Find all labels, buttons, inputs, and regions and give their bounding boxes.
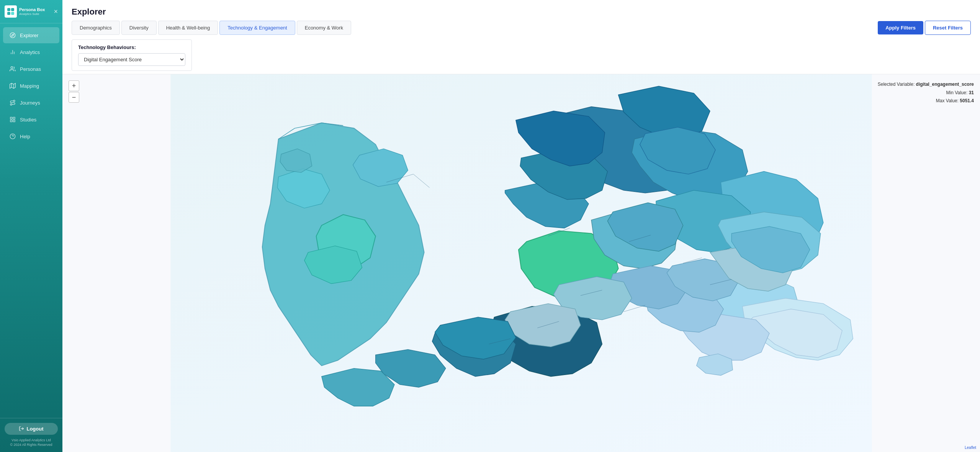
logo-icon	[7, 7, 15, 16]
tab-diversity[interactable]: Diversity	[121, 21, 157, 35]
map-container: + − Selected Variable: digital_engagemen…	[62, 74, 980, 452]
main-content: Explorer Demographics Diversity Health &…	[62, 0, 980, 452]
sidebar-item-studies[interactable]: Studies	[3, 111, 59, 128]
tab-economy[interactable]: Economy & Work	[297, 21, 351, 35]
svg-point-13	[10, 104, 12, 105]
svg-rect-0	[7, 8, 10, 11]
svg-point-14	[13, 100, 15, 102]
svg-rect-2	[7, 12, 10, 15]
sidebar-footer: Logout Vsio Applied Analytics Ltd © 2024…	[0, 418, 62, 452]
reset-filters-button[interactable]: Reset Filters	[925, 21, 971, 35]
min-value-row: Min Value: 31	[878, 89, 974, 97]
app-tagline: Analytics Suite	[19, 12, 45, 16]
grid-icon	[9, 116, 16, 123]
sidebar-close-button[interactable]: ×	[54, 8, 58, 15]
svg-rect-15	[10, 117, 12, 119]
tab-technology[interactable]: Technology & Engagement	[219, 21, 295, 35]
route-icon	[9, 99, 16, 106]
logo-area: Persona Box Analytics Suite	[5, 5, 45, 18]
users-icon	[9, 66, 16, 72]
footer-copyright: Vsio Applied Analytics Ltd © 2024 All Ri…	[5, 438, 58, 447]
sidebar-item-journeys-label: Journeys	[20, 100, 40, 106]
sidebar-item-studies-label: Studies	[20, 117, 36, 123]
leaflet-link[interactable]: Leaflet	[965, 445, 976, 450]
sidebar-item-mapping[interactable]: Mapping	[3, 78, 59, 94]
zoom-in-button[interactable]: +	[69, 80, 79, 91]
sidebar-item-mapping-label: Mapping	[20, 83, 39, 89]
sidebar-item-journeys[interactable]: Journeys	[3, 95, 59, 111]
app-name: Persona Box	[19, 7, 45, 12]
sidebar-header: Persona Box Analytics Suite ×	[0, 0, 62, 23]
sidebar-item-analytics-label: Analytics	[20, 49, 40, 55]
max-value-row: Max Value: 5051.4	[878, 97, 974, 105]
tab-health[interactable]: Health & Well-being	[158, 21, 218, 35]
svg-rect-18	[10, 120, 12, 122]
svg-marker-10	[10, 83, 16, 88]
tab-demographics[interactable]: Demographics	[72, 21, 120, 35]
sidebar-nav: Explorer Analytics Personas	[0, 23, 62, 418]
logo-box	[5, 5, 17, 18]
svg-point-4	[10, 33, 15, 38]
selected-variable-row: Selected Variable: digital_engagement_sc…	[878, 80, 974, 89]
sidebar: Persona Box Analytics Suite × Explorer A…	[0, 0, 62, 452]
choropleth-map	[62, 74, 980, 452]
sidebar-item-help[interactable]: Help	[3, 128, 59, 144]
tab-bar: Demographics Diversity Health & Well-bei…	[62, 21, 980, 38]
svg-marker-5	[11, 34, 14, 36]
map-icon	[9, 82, 16, 89]
compass-icon	[9, 32, 16, 39]
bar-chart-icon	[9, 49, 16, 56]
svg-rect-1	[11, 8, 14, 11]
sidebar-item-analytics[interactable]: Analytics	[3, 44, 59, 60]
sidebar-item-personas-label: Personas	[20, 66, 41, 72]
logout-icon	[19, 426, 24, 431]
svg-rect-16	[13, 117, 15, 119]
filter-row: Technology Behaviours: Digital Engagemen…	[62, 38, 980, 74]
map-info-panel: Selected Variable: digital_engagement_sc…	[878, 80, 974, 105]
svg-rect-17	[13, 120, 15, 122]
leaflet-credit: Leaflet	[965, 445, 976, 450]
filter-section-label: Technology Behaviours:	[78, 44, 185, 50]
sidebar-item-explorer[interactable]: Explorer	[3, 27, 59, 43]
page-title: Explorer	[72, 7, 971, 17]
apply-filters-button[interactable]: Apply Filters	[878, 21, 923, 34]
svg-point-9	[11, 67, 13, 69]
logo-text-group: Persona Box Analytics Suite	[19, 7, 45, 16]
sidebar-item-personas[interactable]: Personas	[3, 61, 59, 77]
technology-behaviour-select[interactable]: Digital Engagement Score Internet Usage …	[78, 53, 185, 66]
sidebar-item-help-label: Help	[20, 134, 30, 139]
svg-rect-3	[11, 12, 14, 15]
sidebar-item-explorer-label: Explorer	[20, 33, 38, 38]
filter-panel: Technology Behaviours: Digital Engagemen…	[72, 39, 192, 71]
zoom-out-button[interactable]: −	[69, 92, 79, 103]
map-zoom-controls: + −	[69, 80, 79, 103]
help-circle-icon	[9, 133, 16, 140]
logout-button[interactable]: Logout	[5, 423, 58, 435]
page-header: Explorer	[62, 0, 980, 21]
